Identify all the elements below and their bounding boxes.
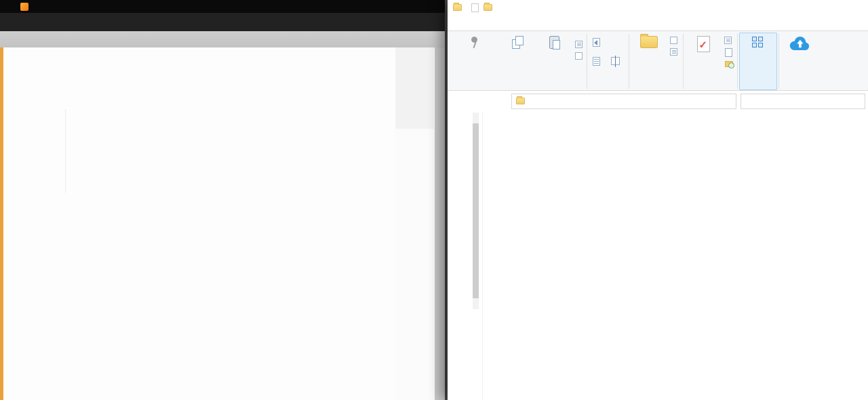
easy-access-icon[interactable]: [670, 48, 677, 56]
group-label-open: [685, 88, 736, 90]
cloud-backup-icon: [787, 36, 810, 52]
indent-guide: [65, 110, 66, 193]
desktop: [0, 0, 868, 400]
column-headers: [483, 115, 868, 130]
group-label-new: [631, 88, 682, 90]
editor-scrollbar[interactable]: [435, 47, 445, 400]
properties-button[interactable]: [685, 33, 722, 56]
menu-bar: [0, 13, 445, 31]
properties-small-icon[interactable]: [724, 37, 732, 44]
new-folder-icon: [640, 36, 658, 48]
properties-icon: [697, 36, 710, 52]
pin-icon: [469, 36, 480, 49]
file-list[interactable]: [483, 111, 868, 400]
explorer-minimize-button[interactable]: [804, 0, 827, 15]
paste-button[interactable]: [536, 33, 572, 52]
address-bar: [448, 91, 868, 111]
group-label-organize: [589, 88, 627, 90]
group-label-clipboard: [450, 88, 585, 90]
sublime-text-window: [0, 0, 445, 400]
ribbon-tabs: [448, 15, 868, 31]
copy-to-icon: [593, 57, 600, 66]
address-box[interactable]: [511, 94, 736, 109]
group-label-select: [740, 87, 776, 89]
ribbon-group-select: [739, 33, 777, 90]
sublime-titlebar: [0, 0, 445, 13]
select-icon: [752, 37, 764, 49]
nav-scrollbar[interactable]: [473, 113, 479, 309]
nav-scrollbar-thumb[interactable]: [473, 123, 479, 298]
rename-icon: [611, 57, 620, 65]
new-folder-button[interactable]: [631, 33, 667, 51]
copy-path-icon[interactable]: [575, 41, 583, 48]
paste-icon: [549, 36, 559, 49]
move-to-icon: [593, 38, 600, 47]
properties-quick-icon[interactable]: [471, 3, 479, 12]
search-input[interactable]: [745, 96, 861, 106]
ribbon-group-backup: [781, 33, 817, 90]
editor[interactable]: [0, 47, 445, 400]
move-to-button[interactable]: [593, 38, 607, 47]
start-backup-button[interactable]: [781, 33, 817, 54]
minimap-viewport[interactable]: [395, 47, 434, 129]
rename-button[interactable]: [611, 57, 623, 65]
pin-to-quick-access-button[interactable]: [450, 33, 499, 52]
new-folder-quick-icon[interactable]: [484, 4, 492, 11]
navigation-pane: [448, 111, 483, 400]
history-icon[interactable]: [725, 61, 733, 67]
copy-to-button[interactable]: [593, 57, 607, 66]
select-button[interactable]: [740, 33, 776, 52]
group-label-backup: [781, 88, 817, 90]
minimap[interactable]: [395, 47, 434, 400]
explorer-titlebar: [448, 0, 868, 15]
explorer-app-icon: [453, 4, 462, 11]
new-item-icon[interactable]: [670, 37, 677, 44]
copy-icon: [512, 36, 523, 48]
paste-shortcut-icon[interactable]: [575, 52, 583, 60]
copy-button[interactable]: [499, 33, 536, 51]
explorer-maximize-button[interactable]: [833, 0, 856, 15]
ribbon-group-organize: [589, 33, 627, 90]
ribbon-group-new: [631, 33, 682, 90]
file-explorer-window: [448, 0, 868, 400]
address-folder-icon: [516, 98, 525, 104]
tab-bar: [0, 31, 445, 47]
explorer-main: [448, 111, 868, 400]
ribbon: [448, 31, 868, 91]
ribbon-group-open: [685, 33, 736, 90]
sublime-app-icon: [20, 3, 28, 11]
modified-lines-indicator: [0, 47, 3, 400]
ribbon-group-clipboard: [450, 33, 585, 90]
search-box[interactable]: [741, 94, 865, 109]
edit-icon[interactable]: [725, 48, 732, 57]
